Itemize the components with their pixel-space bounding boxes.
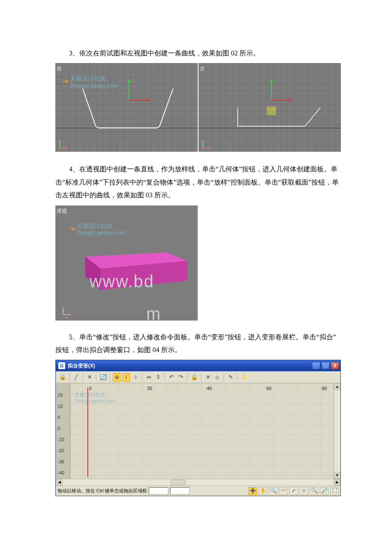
y-axis-labels: 29 19 9 0 -10 -20 -30 -40 [56,383,70,479]
wm-big-right: m [146,304,161,323]
status-field-1[interactable] [149,487,168,494]
scroll-left-icon[interactable]: ◀ [56,479,63,486]
separator [142,373,142,381]
scroll-track[interactable] [334,390,340,472]
separator [96,373,96,381]
zoom-fit-icon[interactable]: ⛶ [330,487,339,495]
big-watermark: www.bd m [89,265,198,330]
zoom-out-icon[interactable]: 🔎 [320,487,329,495]
separator [237,373,237,381]
reset-icon[interactable]: ⦸ [213,373,221,382]
pan-icon[interactable]: ✋ [259,487,267,495]
watermark: 天极设计在线 Design.yesky.com [75,392,115,404]
viewport-left: 左 [199,63,341,152]
scale-icon[interactable]: ⊹ [132,373,139,382]
move-icon[interactable]: ⊕ [113,373,121,382]
app-icon: G [58,362,65,369]
maximize-button[interactable]: □ [321,362,330,370]
plot-canvas[interactable]: 0 20 40 60 80 天极设计在线 Design.yesky.com [70,383,334,479]
lock2-icon[interactable]: 🔒 [190,373,199,382]
status-field-2[interactable] [170,487,190,494]
y-tick: -30 [58,457,64,466]
wm-line1: 天极设计在线 [75,392,105,398]
zoom-region-icon[interactable]: ⊹ [300,487,308,495]
status-message: 拖动以移动。按住 Ctrl 键单击或拖出区域框 [58,486,147,495]
spline-left [199,63,341,152]
scroll-thumb[interactable] [171,480,185,485]
refresh-icon[interactable]: 🔄 [99,373,107,382]
separator [110,373,110,381]
sparkle-icon[interactable]: ✨ [240,373,248,382]
titlebar[interactable]: G 拟合变形(X) _ □ X [56,360,340,371]
scroll-track[interactable] [63,479,334,486]
wm-big-left: www.bd [89,272,154,291]
x-tick: 40 [207,384,212,393]
x-tick: 20 [147,384,152,393]
paragraph-3: 3、依次在前试图和左视图中创建一条曲线，效果如图 02 所示。 [55,47,341,60]
undo-icon[interactable]: ↶ [167,373,175,382]
redo-icon[interactable]: ↷ [177,373,184,382]
paragraph-5: 5、单击“修改”按钮，进入修改命令面板。单击“变形”按钮，进入变形卷展栏。单击“… [55,331,341,357]
clear-icon[interactable]: ✕ [204,373,212,382]
y-tick: -20 [58,446,64,455]
snap-icon[interactable]: ➕ [248,487,257,495]
close-button[interactable]: X [331,362,339,370]
separator [83,373,83,381]
figure-04-dialog: G 拟合变形(X) _ □ X 🔒 ╱ ✕ 🔄 ⊕ I ⊹ ⇔ ⇕ ↶ ↷ 🔒 … [55,360,341,496]
separator [187,373,187,381]
zoom-vert-icon[interactable]: ⤢ [289,487,298,495]
curve-icon[interactable]: ╱ [72,373,80,382]
paragraph-4: 4、在透视图中创建一条直线，作为放样线，单击“几何体”按钮，进入几何体创建面板。… [55,163,341,202]
delete-icon[interactable]: ✕ [86,373,93,382]
minimize-button[interactable]: _ [312,362,320,370]
y-tick: 19 [58,402,63,411]
zoom-in-icon[interactable]: 🔍 [310,487,318,495]
lock-icon[interactable]: 🔒 [58,373,67,382]
graph-area: 29 19 9 0 -10 -20 -30 -40 0 20 40 60 80 … [56,383,340,479]
y-tick: -10 [58,435,64,444]
mirror-h-icon[interactable]: ⇔ [145,373,153,382]
figure-03: 透视 ❧ 天极设计在线 Design.yesky.com www.bd m z … [55,205,198,321]
separator [201,373,202,381]
spline-front [55,63,198,152]
insert-icon[interactable]: I [122,373,130,382]
horizontal-scrollbar[interactable]: ◀ ▶ [56,479,340,486]
y-tick: 29 [58,391,63,400]
mirror-v-icon[interactable]: ⇕ [154,373,162,382]
y-tick: 0 [58,424,60,433]
edit-icon[interactable]: ✎ [227,373,234,382]
scroll-down-icon[interactable]: ▼ [334,472,340,479]
dialog-title: 拟合变形(X) [68,361,95,371]
wm-line2: Design.yesky.com [75,398,115,404]
figure-02: 前 ❧ 天极设计在线 Design.yesky.com 左 [55,63,341,152]
y-tick: 9 [58,413,60,422]
scroll-right-icon[interactable]: ▶ [334,479,340,486]
separator [164,373,165,381]
vertical-scrollbar[interactable]: ▲ ▼ [334,383,340,479]
separator [224,373,224,381]
x-tick: 60 [266,384,271,393]
viewport-front: 前 ❧ 天极设计在线 Design.yesky.com [55,63,198,152]
x-tick: 80 [322,384,327,393]
zoom-horiz-icon[interactable]: 〰 [279,487,288,495]
y-tick: -40 [58,468,64,477]
toolbar: 🔒 ╱ ✕ 🔄 ⊕ I ⊹ ⇔ ⇕ ↶ ↷ 🔒 ✕ ⦸ ✎ ✨ [56,371,340,383]
statusbar: 拖动以移动。按住 Ctrl 键单击或拖出区域框 ➕ ✋ 🔍 〰 ⤢ ⊹ 🔍 🔎 … [56,486,340,496]
scroll-up-icon[interactable]: ▲ [334,383,340,390]
separator [69,373,70,381]
zoom-extents-icon[interactable]: 🔍 [269,487,277,495]
